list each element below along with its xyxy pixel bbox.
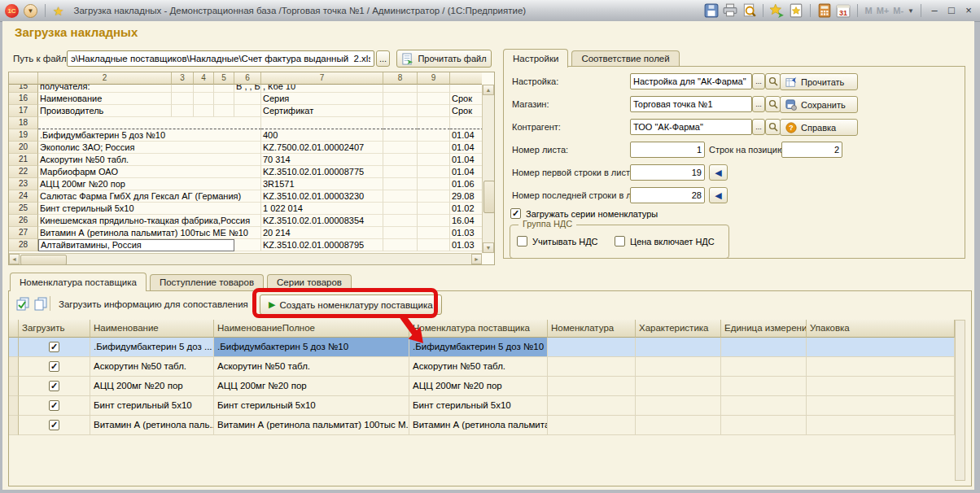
table-cell[interactable] — [636, 416, 721, 435]
last-row-input[interactable]: 28 — [630, 187, 705, 203]
tab-settings[interactable]: Настройки — [503, 49, 568, 68]
grid-cell[interactable] — [383, 166, 418, 178]
grid-cell[interactable]: 1 022 014 — [261, 203, 383, 215]
table-header-2[interactable]: Наименование — [90, 320, 214, 338]
table-row[interactable]: ✓АЦЦ 200мг №20 порАЦЦ 200мг №20 порАЦЦ 2… — [9, 377, 971, 396]
row-number-cell[interactable]: 19 — [9, 129, 38, 142]
match-table-scrollbar[interactable] — [955, 320, 965, 481]
add-favorite-icon[interactable] — [770, 3, 785, 18]
memory-mplus-button[interactable]: M+ — [877, 6, 890, 15]
grid-cell[interactable] — [194, 85, 214, 93]
counterparty-magnifier-icon[interactable] — [765, 119, 781, 135]
grid-cell[interactable]: Аскорутин №50 табл. — [38, 154, 261, 166]
load-series-checkbox[interactable]: ✓ — [510, 208, 521, 219]
grid-cell[interactable]: Серия — [261, 93, 383, 105]
table-header-1[interactable]: Загрузить — [19, 320, 90, 338]
store-magnifier-icon[interactable] — [765, 96, 781, 112]
print-preview-icon[interactable] — [742, 3, 756, 18]
row-number-cell[interactable]: 16 — [9, 93, 38, 105]
table-cell[interactable]: Витамин А (ретинола паль... — [90, 416, 214, 435]
table-cell[interactable] — [548, 357, 636, 377]
rows-per-position-input[interactable]: 2 — [781, 142, 842, 158]
grid-cell[interactable]: Срок — [450, 93, 482, 105]
table-cell[interactable]: Витамин А (ретинола пальмитат) 100тыс М.… — [214, 416, 409, 435]
grid-column-header[interactable]: 5 — [214, 72, 234, 85]
grid-column-header[interactable] — [450, 72, 482, 85]
grid-cell[interactable] — [418, 105, 450, 117]
grid-cell[interactable]: KZ.3510.02.01.00008775 — [261, 166, 383, 178]
grid-cell[interactable] — [418, 154, 450, 166]
table-cell[interactable]: Аскорутин №50 табл. — [214, 357, 409, 377]
favorites-star-icon[interactable]: ★ — [53, 4, 63, 18]
grid-cell[interactable]: 16.04 — [450, 215, 482, 227]
grid-cell[interactable] — [418, 190, 450, 203]
grid-cell[interactable]: В , , БИК — [234, 85, 261, 93]
grid-cell[interactable] — [418, 203, 450, 215]
setting-input[interactable]: Настройка для "АК-Фарма" — [630, 73, 752, 89]
row-number-cell[interactable]: 15 — [9, 85, 38, 93]
row-number-cell[interactable]: 20 — [9, 142, 38, 154]
check-all-pages-icon[interactable] — [15, 296, 30, 311]
grid-cell[interactable]: Бинт стерильный 5х10 — [38, 203, 261, 215]
calendar-icon[interactable]: 31 — [836, 3, 851, 18]
table-cell[interactable]: .Бифидумбактерин 5 доз ... — [90, 338, 214, 357]
browse-file-button[interactable]: ... — [376, 50, 390, 67]
grid-cell[interactable] — [383, 215, 418, 227]
grid-cell[interactable] — [234, 105, 261, 117]
grid-cell[interactable]: 20 214 — [261, 227, 383, 239]
table-cell[interactable] — [721, 396, 807, 416]
grid-cell[interactable]: Витамин А (ретинола пальмитат) 100тыс МЕ… — [38, 227, 261, 239]
grid-cell[interactable]: KZ.3510.02.01.00003230 — [261, 190, 383, 203]
grid-cell[interactable]: Салютас Фарма ГмбХ для Гексал АГ (Герман… — [38, 190, 261, 203]
table-cell[interactable] — [636, 396, 721, 416]
toolbar-overflow-chevron-icon[interactable]: ▼ — [908, 7, 914, 15]
table-row[interactable]: ✓Бинт стерильный 5х10Бинт стерильный 5х1… — [9, 396, 971, 416]
favorites-list-icon[interactable] — [789, 3, 803, 18]
help-button[interactable]: ? Справка — [780, 119, 858, 136]
row-number-cell[interactable]: 21 — [9, 154, 38, 166]
row-checkbox[interactable]: ✓ — [49, 400, 59, 411]
grid-cell[interactable]: 01.03 — [450, 239, 482, 251]
grid-cell[interactable] — [418, 117, 450, 129]
grid-cell[interactable]: , Кбе 10 — [261, 85, 383, 93]
store-browse-button[interactable]: ... — [752, 96, 765, 112]
table-cell[interactable] — [721, 338, 807, 357]
grid-cell[interactable] — [261, 117, 383, 129]
row-checkbox[interactable]: ✓ — [49, 420, 59, 430]
table-row[interactable]: ✓.Бифидумбактерин 5 доз ....Бифидумбакте… — [9, 338, 971, 357]
counterparty-browse-button[interactable]: ... — [752, 119, 765, 135]
uncheck-all-pages-icon[interactable] — [33, 296, 48, 311]
grid-cell[interactable] — [172, 85, 194, 93]
maximize-button[interactable]: □ — [945, 3, 958, 18]
selected-cell[interactable]: Алтайвитамины, Россия — [38, 239, 234, 251]
setting-browse-button[interactable]: ... — [752, 73, 765, 89]
grid-cell[interactable] — [418, 129, 450, 142]
grid-column-header[interactable] — [9, 72, 38, 85]
grid-cell[interactable]: 01.04 — [450, 166, 482, 178]
load-checkbox-cell[interactable]: ✓ — [19, 416, 90, 435]
grid-cell[interactable]: KZ.3510.02.01.00008354 — [261, 215, 383, 227]
scroll-right-icon[interactable]: ► — [471, 254, 482, 264]
grid-cell[interactable]: 70 314 — [261, 154, 383, 166]
table-cell[interactable]: Бинт стерильный 5х10 — [90, 396, 214, 416]
grid-column-header[interactable]: 9 — [418, 72, 450, 85]
table-header-5[interactable]: Номенклатура — [548, 320, 636, 338]
row-number-cell[interactable]: 17 — [9, 105, 38, 117]
grid-cell[interactable]: 400 — [261, 129, 383, 142]
pick-last-row-button[interactable]: ◀ — [709, 187, 728, 203]
grid-cell[interactable] — [38, 117, 261, 129]
grid-cell[interactable] — [383, 178, 418, 190]
grid-cell[interactable]: 29.08 — [450, 190, 482, 203]
table-cell[interactable]: Бинт стерильный 5х10 — [409, 396, 548, 416]
grid-cell[interactable] — [383, 93, 418, 105]
grid-cell[interactable]: получателя: — [38, 85, 172, 93]
grid-cell[interactable]: 01.04 — [450, 154, 482, 166]
row-number-cell[interactable]: 28 — [9, 239, 38, 251]
grid-cell[interactable] — [383, 227, 418, 239]
table-cell[interactable] — [807, 377, 955, 396]
grid-cell[interactable]: Производитель — [38, 105, 172, 117]
table-cell[interactable] — [807, 396, 955, 416]
table-cell[interactable] — [636, 377, 721, 396]
row-number-cell[interactable]: 22 — [9, 166, 38, 178]
grid-cell[interactable]: 01.02 — [450, 203, 482, 215]
